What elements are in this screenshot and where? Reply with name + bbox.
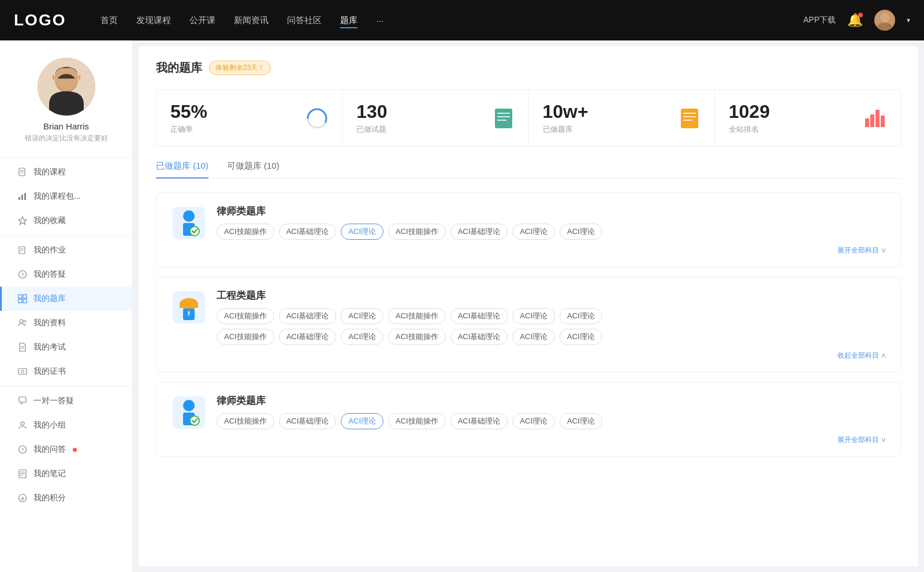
bank-tags-lawyer2: ACI技能操作 ACI基础理论 ACI理论 ACI技能操作 ACI基础理论 AC… <box>217 413 886 429</box>
tab-available-banks[interactable]: 可做题库 (10) <box>227 161 280 179</box>
grid-icon <box>17 294 28 304</box>
tag-lawyer2-4[interactable]: ACI基础理论 <box>450 413 508 429</box>
tag-lawyer1-6[interactable]: ACI理论 <box>560 224 602 240</box>
sidebar-item-my-group[interactable]: 我的小组 <box>0 413 132 437</box>
tag-eng1-r1-3[interactable]: ACI技能操作 <box>388 308 446 324</box>
sidebar-item-my-courses[interactable]: 我的课程 <box>0 160 132 184</box>
lawyer-bank-icon2 <box>173 396 205 429</box>
svg-rect-39 <box>495 109 512 128</box>
tag-eng1-r1-1[interactable]: ACI基础理论 <box>279 308 337 324</box>
svg-rect-10 <box>21 195 23 200</box>
sidebar-label-one-to-one: 一对一答疑 <box>33 396 74 406</box>
people-icon <box>17 318 28 328</box>
tag-lawyer1-2[interactable]: ACI理论 <box>341 224 383 240</box>
tag-lawyer1-3[interactable]: ACI技能操作 <box>388 224 446 240</box>
svg-rect-13 <box>19 247 25 254</box>
nav-open-course[interactable]: 公开课 <box>189 13 215 28</box>
sidebar-item-one-to-one[interactable]: 一对一答疑 <box>0 389 132 413</box>
tag-lawyer2-3[interactable]: ACI技能操作 <box>388 413 446 429</box>
sidebar-item-exams[interactable]: 我的考试 <box>0 335 132 359</box>
sidebar-menu: 我的课程 我的课程包... 我的收藏 <box>0 160 132 510</box>
sidebar-label-notes: 我的笔记 <box>33 469 66 479</box>
tag-eng1-r2-3[interactable]: ACI技能操作 <box>388 329 446 345</box>
content-area: 我的题库 体验剩余23天！ 55% 正确率 <box>139 46 918 566</box>
tag-lawyer2-6[interactable]: ACI理论 <box>560 413 602 429</box>
user-avatar[interactable] <box>874 10 895 31</box>
nav-home[interactable]: 首页 <box>100 13 118 28</box>
sidebar-item-notes[interactable]: 我的笔记 <box>0 462 132 486</box>
edit-icon <box>17 245 28 255</box>
svg-rect-55 <box>180 305 198 308</box>
notification-bell[interactable]: 🔔 <box>847 13 863 28</box>
svg-point-22 <box>20 320 23 323</box>
logo[interactable]: LOGO <box>14 11 66 29</box>
sidebar-item-favorites[interactable]: 我的收藏 <box>0 209 132 233</box>
tag-eng1-r1-6[interactable]: ACI理论 <box>560 308 602 324</box>
tag-eng1-r1-2[interactable]: ACI理论 <box>341 308 383 324</box>
bank-card-lawyer2: 律师类题库 ACI技能操作 ACI基础理论 ACI理论 ACI技能操作 ACI基… <box>156 382 901 457</box>
app-download-btn[interactable]: APP下载 <box>803 15 836 25</box>
stat-label-done-b: 已做题库 <box>543 124 588 135</box>
nav-news[interactable]: 新闻资讯 <box>234 13 269 28</box>
sidebar-item-homework[interactable]: 我的作业 <box>0 238 132 262</box>
stats-row: 55% 正确率 130 已做试题 <box>156 90 901 147</box>
nav-right-actions: APP下载 🔔 ▾ <box>803 10 910 31</box>
sidebar-divider2 <box>0 235 132 236</box>
tag-eng1-r2-4[interactable]: ACI基础理论 <box>450 329 508 345</box>
star-icon <box>17 216 28 226</box>
collapse-engineer1[interactable]: 收起全部科目 ∧ <box>217 351 886 361</box>
sidebar-label-homework: 我的作业 <box>33 245 66 255</box>
svg-rect-19 <box>23 295 27 298</box>
tag-eng1-r2-2[interactable]: ACI理论 <box>341 329 383 345</box>
sidebar-item-points[interactable]: ₴ 我的积分 <box>0 486 132 510</box>
tag-eng1-r2-0[interactable]: ACI技能操作 <box>217 329 274 345</box>
nav-qa[interactable]: 问答社区 <box>287 13 322 28</box>
svg-point-58 <box>183 400 195 411</box>
sidebar-label-points: 我的积分 <box>33 493 66 503</box>
page-title: 我的题库 <box>156 60 202 76</box>
bell-dot <box>858 13 863 17</box>
nav-more[interactable]: ··· <box>376 13 383 28</box>
svg-point-28 <box>21 422 24 425</box>
sidebar-label-my-data: 我的资料 <box>33 318 66 328</box>
cert-icon <box>17 366 28 377</box>
tag-lawyer2-5[interactable]: ACI理论 <box>512 413 555 429</box>
tab-done-banks[interactable]: 已做题库 (10) <box>156 161 208 179</box>
tag-eng1-r2-1[interactable]: ACI基础理论 <box>279 329 337 345</box>
expand-lawyer2[interactable]: 展开全部科目 ∨ <box>217 435 886 445</box>
accuracy-icon <box>306 107 328 129</box>
sidebar-item-certificates[interactable]: 我的证书 <box>0 359 132 384</box>
tag-lawyer1-5[interactable]: ACI理论 <box>512 224 555 240</box>
tag-eng1-r1-0[interactable]: ACI技能操作 <box>217 308 274 324</box>
tag-eng1-r2-5[interactable]: ACI理论 <box>512 329 555 345</box>
svg-marker-12 <box>18 217 27 225</box>
sidebar-item-question-bank[interactable]: 我的题库 <box>0 287 132 311</box>
sidebar-item-my-data[interactable]: 我的资料 <box>0 311 132 335</box>
tag-eng1-r1-4[interactable]: ACI基础理论 <box>450 308 508 324</box>
tag-lawyer1-0[interactable]: ACI技能操作 <box>217 224 274 240</box>
sidebar-item-qa[interactable]: ? 我的答疑 <box>0 262 132 287</box>
sidebar-item-my-questions[interactable]: ? 我的问答 <box>0 437 132 462</box>
sidebar-label-my-questions: 我的问答 <box>33 444 66 455</box>
sidebar-item-course-package[interactable]: 我的课程包... <box>0 184 132 209</box>
bank-card-engineer1: 工程类题库 ACI技能操作 ACI基础理论 ACI理论 ACI技能操作 ACI基… <box>156 277 901 373</box>
svg-rect-21 <box>23 299 27 303</box>
nav-question-bank[interactable]: 题库 <box>340 13 357 28</box>
tag-lawyer2-2[interactable]: ACI理论 <box>341 413 383 429</box>
tag-lawyer1-1[interactable]: ACI基础理论 <box>279 224 337 240</box>
trial-badge: 体验剩余23天！ <box>209 61 271 75</box>
tag-eng1-r2-6[interactable]: ACI理论 <box>560 329 602 345</box>
nav-links: 首页 发现课程 公开课 新闻资讯 问答社区 题库 ··· <box>100 13 803 28</box>
points-icon: ₴ <box>17 493 28 503</box>
tag-lawyer1-4[interactable]: ACI基础理论 <box>450 224 508 240</box>
svg-point-1 <box>880 13 889 23</box>
done-banks-icon <box>679 107 701 129</box>
user-menu-chevron[interactable]: ▾ <box>907 16 910 24</box>
nav-courses[interactable]: 发现课程 <box>136 13 171 28</box>
group-icon <box>17 420 28 430</box>
tag-eng1-r1-5[interactable]: ACI理论 <box>512 308 555 324</box>
tag-lawyer2-1[interactable]: ACI基础理论 <box>279 413 337 429</box>
sidebar-label-qa: 我的答疑 <box>33 269 66 280</box>
expand-lawyer1[interactable]: 展开全部科目 ∨ <box>217 246 886 255</box>
tag-lawyer2-0[interactable]: ACI技能操作 <box>217 413 274 429</box>
